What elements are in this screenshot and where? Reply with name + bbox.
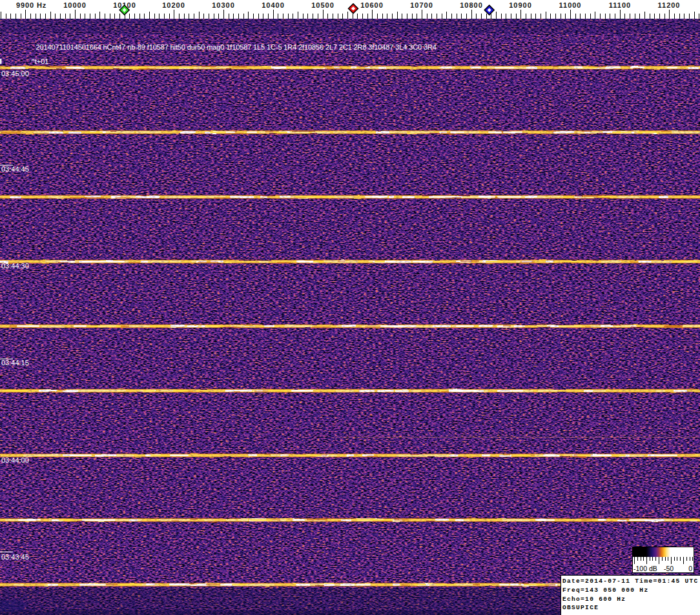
svg-text:10900: 10900: [509, 1, 532, 9]
svg-text:11200: 11200: [658, 1, 681, 9]
svg-text:10400: 10400: [262, 1, 285, 9]
svg-text:10600: 10600: [360, 1, 384, 9]
svg-text:11100: 11100: [609, 1, 631, 9]
svg-text:9900 Hz: 9900 Hz: [16, 1, 46, 9]
svg-text:10200: 10200: [162, 1, 185, 9]
svg-text:10800: 10800: [460, 1, 483, 9]
svg-text:10700: 10700: [410, 1, 433, 9]
svg-text:10500: 10500: [311, 1, 335, 9]
svg-text:10000: 10000: [63, 1, 87, 9]
svg-text:11000: 11000: [559, 1, 582, 9]
svg-text:10300: 10300: [212, 1, 235, 9]
